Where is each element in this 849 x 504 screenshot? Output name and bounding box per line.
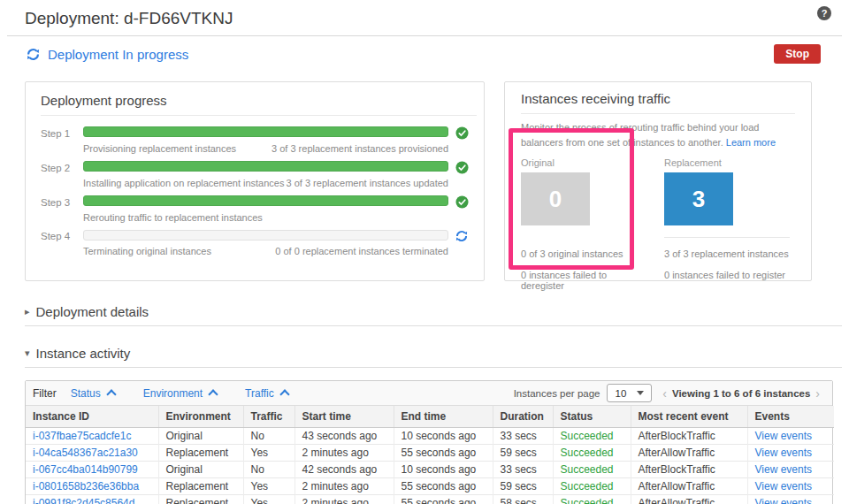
instance-id-link[interactable]: i-037fbae75cadcfe1c (33, 430, 131, 442)
end-time-cell: 10 seconds ago (394, 428, 493, 445)
end-time-cell: 55 seconds ago (394, 478, 493, 495)
panels-row: Deployment progress Step 1 Provisioning … (25, 81, 824, 281)
instance-table-body: i-037fbae75cadcfe1c Original No 43 secon… (26, 428, 834, 504)
view-events-link[interactable]: View events (755, 463, 812, 476)
start-time-cell: 2 minutes ago (294, 445, 394, 462)
steps-list: Step 1 Provisioning replacement instance… (41, 126, 477, 256)
traffic-panel-description: Monitor the process of rerouting traffic… (521, 122, 759, 148)
status-cell: Succeeded (553, 445, 631, 462)
original-failed: 0 instances failed to deregister (521, 270, 650, 291)
collapsed-triangle-icon: ▸ (25, 306, 30, 317)
filter-traffic-label: Traffic (245, 387, 274, 400)
instance-id-link[interactable]: i-04ca548367ac21a30 (33, 447, 138, 459)
col-start-time: Start time (294, 406, 394, 428)
deployment-page: Deployment: d-FD66VTKNJ ? Deployment In … (0, 0, 849, 504)
check-circle-icon (455, 161, 477, 174)
replacement-label: Replacement (664, 157, 795, 168)
step-description: Rerouting traffic to replacement instanc… (83, 212, 263, 223)
instance-id-link[interactable]: i-067cc4ba014b90799 (33, 463, 138, 476)
progress-bar (83, 195, 448, 206)
deployment-details-section-header[interactable]: ▸ Deployment details (25, 304, 842, 326)
original-label: Original (521, 157, 650, 168)
learn-more-link[interactable]: Learn more (726, 137, 776, 148)
instances-per-page-select[interactable]: 10 (607, 384, 652, 402)
traffic-cell: Yes (243, 495, 294, 504)
view-events-link[interactable]: View events (755, 430, 812, 442)
status-cell: Succeeded (553, 428, 631, 445)
stop-button[interactable]: Stop (774, 44, 821, 64)
duration-cell: 59 secs (493, 445, 553, 462)
deployment-progress-title: Deployment progress (41, 93, 477, 116)
end-time-cell: 55 seconds ago (394, 445, 493, 462)
prev-page-arrow[interactable]: ‹ (662, 386, 667, 401)
end-time-cell: 10 seconds ago (394, 462, 493, 478)
step-1: Step 1 Provisioning replacement instance… (41, 126, 477, 154)
progress-bar (83, 230, 448, 241)
instance-activity-title: Instance activity (36, 346, 131, 361)
start-time-cell: 42 seconds ago (294, 462, 394, 478)
environment-cell: Replacement (158, 478, 243, 495)
event-cell: AfterAllowTraffic (631, 495, 747, 504)
replacement-count-box: 3 (664, 172, 733, 225)
step-4: Step 4 Terminating original instances 0 … (41, 230, 477, 256)
step-detail: 0 of 0 replacement instances terminated (275, 246, 448, 256)
instance-id-link[interactable]: i-0801658b236e36bba (33, 480, 139, 493)
environment-cell: Replacement (158, 445, 243, 462)
instance-id-link[interactable]: i-0991f8c2d45c8564d (33, 497, 134, 504)
status-cell: Succeeded (553, 478, 631, 495)
next-page-arrow[interactable]: › (815, 386, 820, 401)
progress-bar (83, 161, 448, 172)
original-summary: 0 of 3 original instances (521, 248, 650, 259)
original-column: Original 0 0 of 3 original instances 0 i… (521, 157, 650, 291)
caret-down-icon (637, 391, 644, 395)
deployment-status-text: Deployment In progress (48, 47, 188, 62)
step-label: Step 3 (41, 197, 76, 208)
table-header-row: Instance ID Environment Traffic Start ti… (26, 406, 834, 428)
step-detail: 3 of 3 replacement instances updated (287, 178, 448, 188)
event-cell: AfterAllowTraffic (631, 478, 747, 495)
instance-activity-section-header[interactable]: ▾ Instance activity (25, 346, 842, 368)
step-3: Step 3 Rerouting traffic to replacement … (41, 195, 477, 223)
per-page-value: 10 (615, 388, 626, 399)
environment-cell: Original (158, 462, 243, 478)
table-row: i-067cc4ba014b90799 Original No 42 secon… (26, 462, 834, 478)
refresh-icon[interactable] (27, 48, 40, 61)
replacement-column: Replacement 3 3 of 3 replacement instanc… (650, 157, 795, 291)
col-instance-id: Instance ID (26, 406, 158, 428)
col-end-time: End time (394, 406, 493, 428)
paging-text: Viewing 1 to 6 of 6 instances (672, 388, 810, 399)
help-icon[interactable]: ? (817, 6, 831, 20)
step-description: Provisioning replacement instances (83, 143, 236, 154)
filter-environment[interactable]: Environment (143, 387, 217, 400)
progress-bar (83, 126, 448, 137)
original-count-box: 0 (521, 172, 590, 225)
environment-cell: Replacement (158, 495, 243, 504)
event-cell: AfterAllowTraffic (631, 445, 747, 462)
instances-receiving-traffic-panel: Instances receiving traffic Monitor the … (504, 81, 812, 281)
duration-cell: 59 secs (493, 478, 553, 495)
filter-status[interactable]: Status (71, 387, 115, 400)
start-time-cell: 43 seconds ago (294, 428, 394, 445)
view-events-link[interactable]: View events (755, 497, 812, 504)
col-traffic: Traffic (243, 406, 294, 428)
filter-right-controls: Instances per page 10 ‹ Viewing 1 to 6 o… (514, 384, 825, 402)
check-circle-icon (455, 195, 477, 209)
replacement-divider (664, 237, 790, 238)
deployment-progress-panel: Deployment progress Step 1 Provisioning … (25, 81, 485, 281)
step-detail: 3 of 3 replacement instances provisioned (272, 143, 448, 154)
chevron-up-icon (208, 389, 218, 399)
view-events-link[interactable]: View events (755, 480, 812, 493)
filter-label: Filter (33, 387, 57, 400)
view-events-link[interactable]: View events (755, 447, 812, 459)
expanded-triangle-icon: ▾ (25, 347, 30, 359)
replacement-summary: 3 of 3 replacement instances (664, 248, 795, 259)
check-circle-icon (455, 126, 477, 140)
start-time-cell: 2 minutes ago (294, 495, 394, 504)
event-cell: AfterBlockTraffic (631, 428, 747, 445)
col-events: Events (747, 406, 834, 428)
traffic-cell: Yes (243, 445, 294, 462)
event-cell: AfterBlockTraffic (631, 462, 747, 478)
col-status: Status (553, 406, 631, 428)
deployment-details-title: Deployment details (36, 304, 149, 319)
filter-traffic[interactable]: Traffic (245, 387, 288, 400)
